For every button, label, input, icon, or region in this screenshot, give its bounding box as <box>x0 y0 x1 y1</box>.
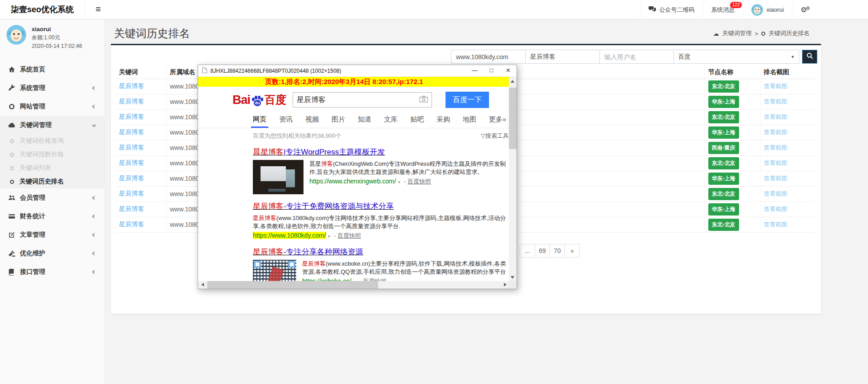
topbar-qrcode-button[interactable]: 公众号二维码 <box>640 0 702 19</box>
baidu-search-box[interactable]: 星辰博客 <box>293 92 432 108</box>
scroll-down-button[interactable] <box>509 273 517 281</box>
view-screenshot-link[interactable]: 查看截图 <box>764 175 787 182</box>
search-button[interactable] <box>802 50 817 64</box>
sidebar-subitem-3[interactable]: 关键词历史排名 <box>0 175 104 188</box>
horizontal-scrollbar[interactable] <box>198 281 509 289</box>
baidu-tab[interactable]: 采购 <box>436 115 450 128</box>
screenshot-cell: 查看截图 <box>760 201 816 217</box>
keyword-link[interactable]: 星辰博客 <box>119 190 144 197</box>
view-screenshot-link[interactable]: 查看截图 <box>764 144 787 151</box>
view-screenshot-link[interactable]: 查看截图 <box>764 221 787 228</box>
sidebar-subitem-label: 关键词历史排名 <box>19 178 64 186</box>
node-badge: 东北-北京 <box>708 80 739 93</box>
pagination-item-0[interactable]: ... <box>520 244 535 258</box>
baidu-tab[interactable]: 视频 <box>305 115 319 128</box>
keyword-link[interactable]: 星辰博客 <box>119 82 144 89</box>
result-body: 星辰博客(www.xcboke.cn)主要分享程序源码,软件下载,网络技术,模板… <box>253 260 509 281</box>
baidu-snapshot-link[interactable]: 百度快照 <box>408 178 431 185</box>
view-screenshot-link[interactable]: 查看截图 <box>764 159 787 166</box>
sidebar-item-4[interactable]: 会员管理 <box>0 188 104 207</box>
view-screenshot-link[interactable]: 查看截图 <box>764 129 787 136</box>
maximize-button[interactable]: □ <box>483 65 500 76</box>
keyword-link[interactable]: 星辰博客 <box>119 128 144 136</box>
result-title-link[interactable]: 星辰博客-专注分享各种网络资源 <box>253 247 509 257</box>
scroll-left-button[interactable] <box>198 281 206 289</box>
keyword-link[interactable]: 星辰博客 <box>119 174 144 182</box>
page-title: 关键词历史排名 <box>114 26 190 41</box>
keyword-link[interactable]: 星辰博客 <box>119 144 144 151</box>
view-screenshot-link[interactable]: 查看截图 <box>764 190 787 197</box>
minimize-button[interactable]: — <box>466 65 483 76</box>
keyword-link[interactable]: 星辰博客 <box>119 98 144 105</box>
close-button[interactable]: × <box>500 65 517 76</box>
result-description: 星辰博客(www.xcboke.cn)主要分享程序源码,软件下载,网络技术,模板… <box>302 260 509 276</box>
pagination-item-2[interactable]: 70 <box>550 244 565 258</box>
keyword-input[interactable] <box>525 50 600 64</box>
sidebar-item-6[interactable]: 文章管理 <box>0 225 104 244</box>
view-screenshot-link[interactable]: 查看截图 <box>764 206 787 212</box>
sidebar-subitem-1[interactable]: 关键词指数价格 <box>0 148 104 161</box>
chevron-down-icon: ▼ <box>791 55 795 59</box>
engine-select[interactable]: 百度 ▼ <box>674 50 799 64</box>
keyword-link[interactable]: 星辰博客 <box>119 220 144 228</box>
settings-gear-icon[interactable]: ⚙⚙ <box>792 0 818 19</box>
sidebar-item-7[interactable]: 优化维护 <box>0 244 104 262</box>
baidu-tab[interactable]: 图片 <box>332 115 345 128</box>
breadcrumb-parent[interactable]: 关键词管理 <box>722 29 751 37</box>
baidu-tab[interactable]: 文库 <box>384 115 398 128</box>
scroll-up-button[interactable] <box>509 77 517 84</box>
circle-icon <box>10 166 14 170</box>
result-title-link[interactable]: 晨星博客|专注WordPress主题模板开发 <box>253 147 509 157</box>
sidebar-user-name: xiaorui <box>32 25 98 33</box>
keyword-link[interactable]: 星辰博客 <box>119 159 144 166</box>
keyword-link[interactable]: 星辰博客 <box>119 113 144 120</box>
topbar-messages-button[interactable]: 系统消息 122 <box>702 0 743 19</box>
sidebar-item-5[interactable]: 财务统计 <box>0 207 104 225</box>
view-screenshot-link[interactable]: 查看截图 <box>764 113 787 120</box>
wrench-icon <box>8 84 15 92</box>
topbar: 柒壹seo优化系统 ≡ 公众号二维码 系统消息 122 xiaorui ⚙⚙ <box>0 0 868 19</box>
baidu-tab[interactable]: 知道 <box>358 115 371 128</box>
username-input[interactable] <box>599 50 674 64</box>
vertical-scrollbar[interactable] <box>509 77 517 281</box>
result-url[interactable]: https://xcboke.cn/ <box>302 277 351 281</box>
baidu-tab[interactable]: 更多» <box>489 115 506 128</box>
result-title-link[interactable]: 星辰博客-专注于免费网络资源与技术分享 <box>253 201 509 211</box>
pagination-item-1[interactable]: 69 <box>535 244 550 258</box>
result-url[interactable]: https://www.chenxingweb.com/ <box>309 178 396 185</box>
screenshot-cell: 查看截图 <box>760 217 816 232</box>
circle-icon <box>761 32 765 36</box>
sidebar-subitem-2[interactable]: 关键词列表 <box>0 161 104 175</box>
domain-input[interactable] <box>451 50 526 64</box>
keyword-cell: 星辰博客 <box>115 201 166 217</box>
sidebar-item-1[interactable]: 系统管理 <box>0 79 104 97</box>
result-title-part: -专注于免费网络资源与技术分享 <box>284 202 394 211</box>
pagination-item-3[interactable]: » <box>564 244 580 258</box>
keyword-link[interactable]: 星辰博客 <box>119 205 144 212</box>
horizontal-scroll-thumb[interactable] <box>207 281 378 289</box>
view-screenshot-link[interactable]: 查看截图 <box>764 98 787 105</box>
sidebar-item-8[interactable]: 接口管理 <box>0 262 104 281</box>
search-tools-toggle[interactable]: ▽搜索工具 <box>481 132 509 140</box>
sidebar-item-label: 财务统计 <box>20 212 45 220</box>
sidebar-subitem-0[interactable]: 关键词价格查询 <box>0 134 104 148</box>
topbar-user-menu[interactable]: xiaorui <box>743 0 792 19</box>
sidebar-toggle-button[interactable]: ≡ <box>89 0 107 19</box>
view-screenshot-link[interactable]: 查看截图 <box>764 83 787 89</box>
sidebar-item-3[interactable]: 关键词管理 <box>0 116 104 134</box>
baidu-tab[interactable]: 地图 <box>463 115 476 128</box>
vertical-scroll-thumb[interactable] <box>509 88 517 149</box>
scroll-right-button[interactable] <box>501 281 509 289</box>
baidu-tab[interactable]: 网页 <box>253 115 266 128</box>
node-cell: 西南-重庆 <box>704 140 760 155</box>
result-url[interactable]: https://www.1080kdy.com/ <box>253 232 326 239</box>
baidu-snapshot-link[interactable]: 百度快照 <box>337 232 361 239</box>
sidebar-item-2[interactable]: 网站管理 <box>0 97 104 116</box>
result-desc-part: 博客 <box>321 160 333 167</box>
baidu-snapshot-link[interactable]: 百度快照 <box>363 278 386 281</box>
baidu-search-button[interactable]: 百度一下 <box>446 92 489 108</box>
baidu-tab[interactable]: 资讯 <box>279 115 293 128</box>
baidu-tab[interactable]: 贴吧 <box>410 115 424 128</box>
sidebar-item-0[interactable]: 系统首页 <box>0 60 104 79</box>
window-titlebar[interactable]: 8JHXLJ8842246668LF8848PT0J020448 (1002×1… <box>198 65 517 77</box>
